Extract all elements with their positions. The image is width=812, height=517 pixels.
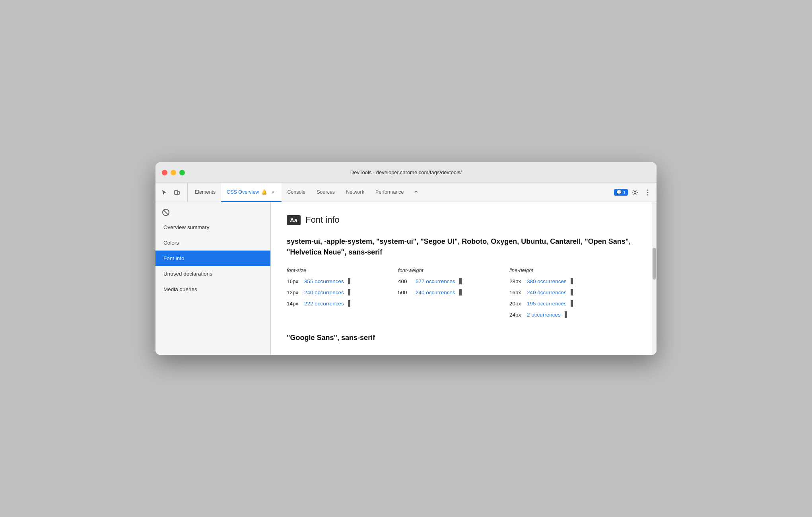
chat-icon: 💬	[616, 190, 622, 195]
col-header-font-weight: font-weight	[398, 267, 509, 273]
font-cell-weight-1: 400 577 occurrences	[398, 278, 509, 284]
font-lh-bar-2[interactable]	[571, 289, 573, 295]
font-cell-lh-2: 16px 240 occurrences	[509, 289, 621, 295]
font-cell-weight-2: 500 240 occurrences	[398, 289, 509, 295]
font-cell-size-1: 16px 355 occurrences	[287, 278, 398, 284]
cursor-icon[interactable]	[159, 187, 170, 198]
scrollbar[interactable]	[652, 202, 657, 355]
svg-line-7	[163, 210, 169, 215]
traffic-lights	[162, 170, 185, 175]
font-size-bar-3[interactable]	[348, 300, 350, 307]
font-cell-size-3: 14px 222 occurrences	[287, 300, 398, 307]
font-weight-value-2: 500	[398, 290, 412, 295]
font-table-row-3: 14px 222 occurrences 20px 195 occurrence…	[287, 300, 641, 307]
sidebar: Overview summary Colors Font info Unused…	[155, 202, 271, 355]
font-weight-value-1: 400	[398, 278, 412, 284]
font-lh-value-1: 28px	[509, 278, 524, 284]
svg-rect-0	[175, 190, 178, 194]
devtools-window: DevTools - developer.chrome.com/tags/dev…	[155, 162, 657, 355]
tab-overflow[interactable]: »	[410, 183, 423, 202]
section-header: Aa Font info	[287, 215, 641, 225]
tabbar: Elements CSS Overview 🔔 × Console Source…	[155, 183, 657, 202]
tab-sources[interactable]: Sources	[311, 183, 340, 202]
font-size-occurrences-1[interactable]: 355 occurrences	[304, 278, 344, 284]
tab-console[interactable]: Console	[282, 183, 311, 202]
flame-icon: 🔔	[261, 189, 267, 195]
font-lh-bar-1[interactable]	[571, 278, 573, 284]
font-lh-occurrences-2[interactable]: 240 occurrences	[527, 290, 567, 295]
col-header-line-height: line-height	[509, 267, 621, 273]
font-lh-value-2: 16px	[509, 290, 524, 295]
svg-point-2	[634, 191, 636, 193]
maximize-button[interactable]	[179, 170, 185, 175]
font-lh-bar-3[interactable]	[571, 300, 573, 307]
font-lh-bar-4[interactable]	[565, 311, 567, 318]
font-weight-bar-2[interactable]	[459, 289, 462, 295]
font-size-occurrences-3[interactable]: 222 occurrences	[304, 301, 344, 307]
font-size-bar-1[interactable]	[348, 278, 350, 284]
font-weight-occurrences-2[interactable]: 240 occurrences	[416, 290, 455, 295]
minimize-button[interactable]	[171, 170, 176, 175]
svg-point-4	[647, 192, 649, 193]
font-cell-size-2: 12px 240 occurrences	[287, 289, 398, 295]
font-cell-lh-4: 24px 2 occurrences	[509, 311, 621, 318]
svg-point-5	[647, 194, 649, 195]
font-weight-occurrences-1[interactable]: 577 occurrences	[416, 278, 455, 284]
col-header-font-size: font-size	[287, 267, 398, 273]
window-title: DevTools - developer.chrome.com/tags/dev…	[350, 169, 462, 175]
font-table-row-2: 12px 240 occurrences 500 240 occurrences…	[287, 289, 641, 295]
font-lh-occurrences-1[interactable]: 380 occurrences	[527, 278, 567, 284]
tab-css-overview[interactable]: CSS Overview 🔔 ×	[221, 183, 282, 202]
font-family-name-1: system-ui, -apple-system, "system-ui", "…	[287, 236, 641, 258]
tabbar-right: 💬 1	[614, 183, 657, 202]
more-options-icon[interactable]	[642, 187, 653, 198]
titlebar: DevTools - developer.chrome.com/tags/dev…	[155, 162, 657, 183]
sidebar-item-media-queries[interactable]: Media queries	[155, 282, 270, 297]
font-lh-occurrences-4[interactable]: 2 occurrences	[527, 312, 561, 318]
font-cell-lh-3: 20px 195 occurrences	[509, 300, 621, 307]
sidebar-item-overview-summary[interactable]: Overview summary	[155, 220, 270, 235]
tab-elements[interactable]: Elements	[189, 183, 221, 202]
notifications-button[interactable]: 💬 1	[614, 189, 628, 196]
font-size-value-2: 12px	[287, 290, 301, 295]
sidebar-item-colors[interactable]: Colors	[155, 235, 270, 251]
section-title: Font info	[305, 215, 340, 225]
font-size-value-3: 14px	[287, 301, 301, 307]
font-table-headers: font-size font-weight line-height	[287, 267, 641, 273]
close-button[interactable]	[162, 170, 167, 175]
font-size-bar-2[interactable]	[348, 289, 350, 295]
svg-rect-1	[178, 191, 179, 194]
sidebar-item-font-info[interactable]: Font info	[155, 251, 270, 266]
aa-icon: Aa	[287, 215, 301, 225]
sidebar-item-unused-declarations[interactable]: Unused declarations	[155, 266, 270, 282]
font-size-occurrences-2[interactable]: 240 occurrences	[304, 290, 344, 295]
device-toggle-icon[interactable]	[171, 187, 183, 198]
sidebar-block-icon	[155, 205, 270, 220]
settings-icon[interactable]	[629, 187, 641, 198]
content-area: Aa Font info system-ui, -apple-system, "…	[271, 202, 657, 355]
toolbar-icons	[159, 183, 188, 202]
svg-point-3	[647, 189, 649, 190]
tab-network[interactable]: Network	[340, 183, 370, 202]
font-lh-value-4: 24px	[509, 312, 524, 318]
font-weight-bar-1[interactable]	[459, 278, 462, 284]
scrollbar-thumb[interactable]	[653, 248, 656, 280]
font-table-row-4: 24px 2 occurrences	[287, 311, 641, 318]
tab-close-icon[interactable]: ×	[270, 189, 276, 195]
font-lh-occurrences-3[interactable]: 195 occurrences	[527, 301, 567, 307]
main-area: Overview summary Colors Font info Unused…	[155, 202, 657, 355]
font-cell-lh-1: 28px 380 occurrences	[509, 278, 621, 284]
font-table-row-1: 16px 355 occurrences 400 577 occurrences…	[287, 278, 641, 284]
font-family-name-2: "Google Sans", sans-serif	[287, 334, 641, 342]
tab-performance[interactable]: Performance	[370, 183, 410, 202]
font-lh-value-3: 20px	[509, 301, 524, 307]
notification-count: 1	[623, 190, 626, 195]
font-size-value-1: 16px	[287, 278, 301, 284]
